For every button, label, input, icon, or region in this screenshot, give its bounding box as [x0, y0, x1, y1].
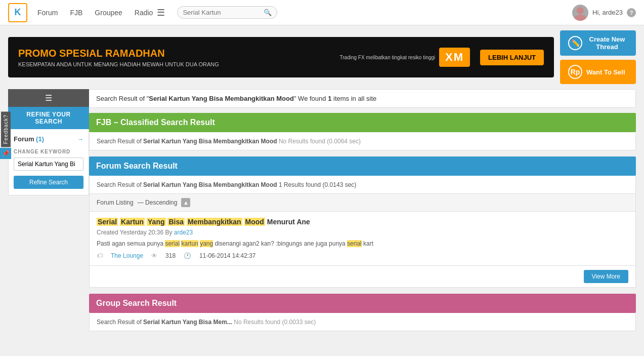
views-icon: 👁 — [151, 252, 157, 259]
search-input[interactable] — [183, 9, 264, 16]
lebih-lanjut-button[interactable]: LEBIH LANJUT — [480, 50, 544, 65]
want-to-sell-button[interactable]: Rp Want To Sell — [560, 60, 636, 84]
sidebar-panel: Forum (1) → CHANGE KEYWORD Refine Search — [8, 129, 89, 195]
listing-label: Forum Listing — [97, 199, 134, 206]
forum-section: Forum Search Result Search Result of Ser… — [89, 156, 636, 288]
thread-tag-lounge[interactable]: The Lounge — [111, 252, 143, 259]
sidebar-toggle[interactable]: ☰ — [8, 89, 89, 107]
group-body: Search Result of Serial Kartun Yang Bisa… — [89, 313, 636, 331]
banner-text: PROMO SPESIAL RAMADHAN KESEMPATAN ANDA U… — [18, 48, 219, 67]
search-bar: 🔍 — [177, 6, 277, 19]
thread-meta: Created Yesterday 20:36 By arde23 — [97, 229, 628, 236]
svg-point-1 — [574, 15, 586, 21]
banner-image: PROMO SPESIAL RAMADHAN KESEMPATAN ANDA U… — [8, 37, 554, 77]
forum-arrow-icon[interactable]: → — [77, 135, 83, 143]
logo[interactable]: K — [8, 3, 27, 22]
thread-excerpt: Pasti agan semua punya serial kartun yan… — [97, 239, 628, 248]
nav-fjb[interactable]: FJB — [70, 9, 82, 17]
nav-radio[interactable]: Radio — [135, 9, 153, 17]
hamburger-icon[interactable]: ☰ — [157, 7, 165, 18]
group-result-text: Search Result of Serial Kartun Yang Bisa… — [97, 319, 316, 326]
change-keyword-label: CHANGE KEYWORD — [14, 149, 83, 154]
sidebar: ☰ REFINE YOUR SEARCH Forum (1) → CHANGE … — [8, 89, 89, 337]
svg-point-0 — [577, 7, 584, 14]
clock-icon: 🕐 — [184, 252, 191, 259]
nav-links: Forum FJB Groupee Radio — [37, 9, 153, 17]
thread-author-link[interactable]: arde23 — [174, 229, 193, 236]
tag-icon: 🏷 — [97, 252, 103, 259]
group-section: Group Search Result Search Result of Ser… — [89, 294, 636, 331]
thread-title: Serial Kartun Yang Bisa Membangkitkan Mo… — [97, 218, 628, 226]
nav-groupee[interactable]: Groupee — [95, 9, 122, 17]
feedback-icon[interactable]: 📌 — [0, 148, 11, 159]
trading-text: Trading FX melibatkan tingkat resiko tin… — [340, 55, 436, 60]
thread-card: Serial Kartun Yang Bisa Membangkitkan Mo… — [89, 212, 636, 266]
create-thread-button[interactable]: ✏️ Create New Thread — [560, 30, 636, 56]
xm-logo: XM — [439, 48, 470, 67]
main-area: ☰ REFINE YOUR SEARCH Forum (1) → CHANGE … — [0, 89, 644, 337]
forum-label: Forum (1) — [14, 135, 44, 143]
pencil-icon: ✏️ — [568, 36, 582, 50]
feedback-tab[interactable]: Feedback? 📌 — [0, 111, 11, 159]
fjb-section: FJB – Classified Search Result Search Re… — [89, 113, 636, 150]
thread-views: 318 — [165, 252, 176, 259]
group-header: Group Search Result — [89, 294, 636, 313]
forum-body: Search Result of Serial Kartun Yang Bisa… — [89, 176, 636, 194]
user-area: Hi, arde23 ? — [572, 5, 636, 21]
keyword-input[interactable] — [14, 157, 83, 171]
banner-area: PROMO SPESIAL RAMADHAN KESEMPATAN ANDA U… — [0, 25, 644, 89]
forum-result-text: Search Result of Serial Kartun Yang Bisa… — [97, 181, 356, 188]
search-header-text: Search Result of "Serial Kartun Yang Bis… — [96, 95, 376, 102]
forum-listing-header: Forum Listing — Descending ▲ — [89, 194, 636, 212]
search-icon[interactable]: 🔍 — [264, 9, 272, 16]
navbar: K Forum FJB Groupee Radio ☰ 🔍 Hi, arde23… — [0, 0, 644, 25]
nav-forum[interactable]: Forum — [37, 9, 58, 17]
help-icon[interactable]: ? — [627, 8, 636, 17]
fjb-header: FJB – Classified Search Result — [89, 113, 636, 132]
banner-buttons: ✏️ Create New Thread Rp Want To Sell — [560, 30, 636, 84]
sort-icon[interactable]: ▲ — [181, 198, 190, 207]
avatar — [572, 5, 588, 21]
fjb-result-text: Search Result of Serial Kartun Yang Bisa… — [97, 138, 361, 145]
forum-row: Forum (1) → — [14, 135, 83, 143]
refine-label: REFINE YOUR SEARCH — [8, 107, 89, 129]
thread-date: 11-06-2014 14:42:37 — [199, 252, 255, 259]
promo-title: PROMO SPESIAL RAMADHAN — [18, 48, 219, 59]
feedback-label[interactable]: Feedback? — [1, 111, 11, 147]
rp-icon: Rp — [568, 65, 582, 79]
listing-sort: — Descending — [138, 199, 178, 206]
thread-tags: 🏷 The Lounge 👁 318 🕐 11-06-2014 14:42:37 — [97, 252, 628, 259]
user-greeting: Hi, arde23 — [592, 9, 623, 16]
fjb-body: Search Result of Serial Kartun Yang Bisa… — [89, 132, 636, 150]
view-more-button[interactable]: View More — [584, 270, 628, 283]
forum-header: Forum Search Result — [89, 156, 636, 176]
promo-sub: KESEMPATAN ANDA UNTUK MENANG HADIAH MEWA… — [18, 61, 219, 67]
xm-area: Trading FX melibatkan tingkat resiko tin… — [340, 48, 544, 67]
search-query: Serial Kartun Yang Bisa Membangkitkan Mo… — [149, 95, 294, 102]
right-content: Search Result of "Serial Kartun Yang Bis… — [89, 89, 636, 337]
forum-count: (1) — [36, 135, 44, 143]
search-header: Search Result of "Serial Kartun Yang Bis… — [89, 89, 636, 108]
refine-search-button[interactable]: Refine Search — [14, 176, 83, 189]
view-more-bar: View More — [89, 266, 636, 288]
